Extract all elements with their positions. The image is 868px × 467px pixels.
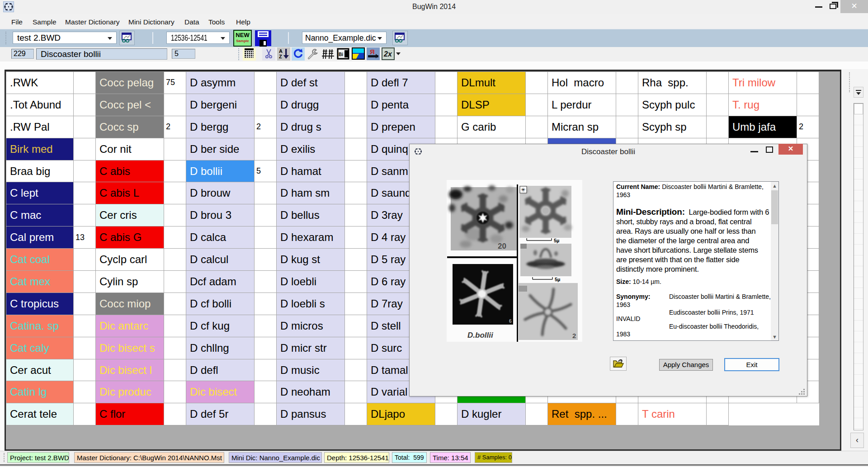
svg-text:2x: 2x bbox=[383, 50, 392, 58]
svg-text:20: 20 bbox=[498, 242, 506, 250]
svg-text:Я: Я bbox=[370, 48, 375, 56]
svg-text:2: 2 bbox=[572, 332, 576, 340]
svg-text:D.bollii: D.bollii bbox=[467, 331, 494, 340]
svg-text:6: 6 bbox=[509, 319, 512, 324]
svg-text:Bi: Bi bbox=[339, 52, 343, 57]
svg-text:✳: ✳ bbox=[521, 187, 525, 193]
svg-text:Z: Z bbox=[279, 54, 282, 59]
svg-text:5µ: 5µ bbox=[555, 277, 560, 282]
svg-text:A: A bbox=[279, 48, 283, 54]
svg-text:5µ: 5µ bbox=[554, 238, 559, 243]
